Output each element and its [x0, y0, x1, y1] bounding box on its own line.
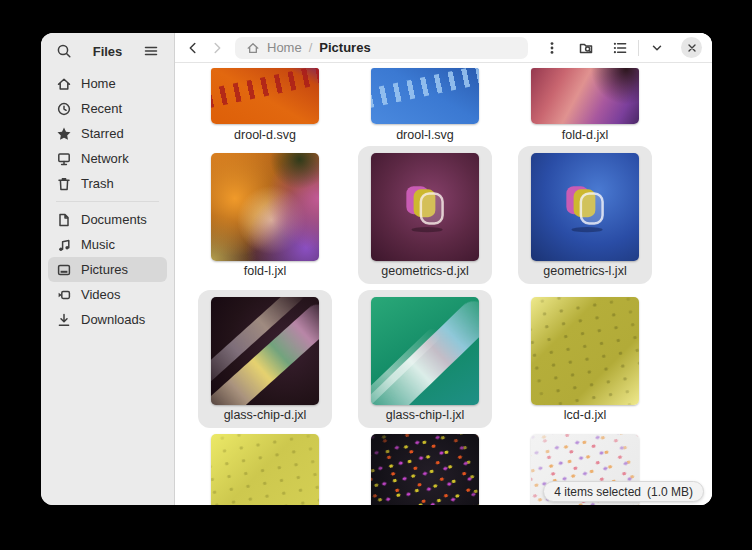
sidebar-item-music[interactable]: Music [48, 232, 167, 257]
kebab-menu-icon [544, 40, 560, 56]
file-thumbnail [371, 297, 479, 405]
file-item-fold-l[interactable]: fold-l.jxl [185, 146, 345, 290]
file-item-geometrics-d[interactable]: geometrics-d.jxl [345, 146, 505, 290]
split-divider [638, 40, 639, 56]
selection-status-badge: 4 items selected (1.0 MB) [543, 481, 704, 502]
network-icon [56, 151, 72, 167]
close-button[interactable] [681, 37, 702, 58]
sidebar-item-downloads[interactable]: Downloads [48, 307, 167, 332]
thumbnail-art [556, 177, 614, 235]
file-thumbnail [211, 68, 319, 124]
file-thumbnail [211, 153, 319, 261]
breadcrumb-home-icon [246, 41, 260, 55]
list-view-button[interactable] [608, 36, 632, 60]
sidebar-item-label: Trash [81, 176, 114, 191]
file-name: geometrics-l.jxl [543, 264, 626, 279]
folder-menu-button[interactable] [540, 36, 564, 60]
sidebar-item-trash[interactable]: Trash [48, 171, 167, 196]
sidebar-item-label: Music [81, 237, 115, 252]
sidebar-item-label: Pictures [81, 262, 128, 277]
sidebar-item-documents[interactable]: Documents [48, 207, 167, 232]
file-name: fold-d.jxl [562, 128, 609, 143]
view-split-button [608, 36, 669, 60]
star-icon [56, 126, 72, 142]
sidebar-item-label: Network [81, 151, 129, 166]
search-button[interactable] [52, 39, 76, 63]
chevron-down-icon [649, 40, 665, 56]
sidebar-item-label: Home [81, 76, 116, 91]
file-name: glass-chip-l.jxl [386, 408, 465, 423]
videos-icon [56, 287, 72, 303]
trash-icon [56, 176, 72, 192]
file-thumbnail [371, 434, 479, 505]
file-thumbnail [371, 68, 479, 124]
file-name: drool-l.svg [396, 128, 454, 143]
music-icon [56, 237, 72, 253]
app-title: Files [76, 44, 139, 59]
file-item-row4-2[interactable] [345, 434, 505, 505]
sidebar-item-network[interactable]: Network [48, 146, 167, 171]
thumbnail-art [396, 177, 454, 235]
file-thumbnail [531, 153, 639, 261]
file-thumbnail [211, 434, 319, 505]
file-item-drool-d[interactable]: drool-d.svg [185, 68, 345, 146]
search-folder-button[interactable] [574, 36, 598, 60]
file-name: glass-chip-d.jxl [224, 408, 307, 423]
main-area: Home / Pictures [175, 33, 712, 505]
file-item-glass-chip-d[interactable]: glass-chip-d.jxl [185, 290, 345, 434]
list-view-icon [612, 40, 628, 56]
recent-icon [56, 101, 72, 117]
sidebar-nav: Home Recent Starred Network Trash Do [41, 69, 174, 332]
sidebar-item-label: Documents [81, 212, 147, 227]
sidebar-item-recent[interactable]: Recent [48, 96, 167, 121]
breadcrumb-separator: / [309, 40, 313, 55]
forward-button[interactable] [205, 36, 229, 60]
sidebar-separator [56, 201, 159, 202]
file-name: geometrics-d.jxl [381, 264, 469, 279]
home-icon [56, 76, 72, 92]
search-icon [56, 43, 72, 59]
file-item-fold-d[interactable]: fold-d.jxl [505, 68, 665, 146]
file-grid-scroll-area[interactable]: drool-d.svg drool-l.svg fold-d.jxl fold-… [175, 63, 712, 505]
sidebar-item-starred[interactable]: Starred [48, 121, 167, 146]
headerbar: Home / Pictures [175, 33, 712, 63]
sidebar-item-label: Videos [81, 287, 121, 302]
file-thumbnail [211, 297, 319, 405]
view-options-button[interactable] [645, 36, 669, 60]
close-icon [686, 42, 698, 54]
back-icon [185, 40, 201, 56]
sidebar-item-videos[interactable]: Videos [48, 282, 167, 307]
breadcrumb-current: Pictures [319, 40, 370, 55]
breadcrumb[interactable]: Home / Pictures [235, 37, 528, 59]
selection-size: (1.0 MB) [647, 485, 693, 499]
file-thumbnail [531, 68, 639, 124]
sidebar-header: Files [41, 33, 174, 69]
sidebar-item-pictures[interactable]: Pictures [48, 257, 167, 282]
file-item-lcd-d[interactable]: lcd-d.jxl [505, 290, 665, 434]
downloads-icon [56, 312, 72, 328]
sidebar-item-label: Downloads [81, 312, 145, 327]
file-item-glass-chip-l[interactable]: glass-chip-l.jxl [345, 290, 505, 434]
header-actions [540, 36, 702, 60]
pictures-icon [56, 262, 72, 278]
files-window: Files Home Recent Starred Network [41, 33, 712, 505]
breadcrumb-home[interactable]: Home [267, 40, 302, 55]
file-grid: drool-d.svg drool-l.svg fold-d.jxl fold-… [175, 63, 712, 505]
file-item-drool-l[interactable]: drool-l.svg [345, 68, 505, 146]
file-name: drool-d.svg [234, 128, 296, 143]
file-item-row4-1[interactable] [185, 434, 345, 505]
sidebar-item-home[interactable]: Home [48, 71, 167, 96]
file-item-geometrics-l[interactable]: geometrics-l.jxl [505, 146, 665, 290]
sidebar: Files Home Recent Starred Network [41, 33, 175, 505]
sidebar-item-label: Starred [81, 126, 124, 141]
back-button[interactable] [181, 36, 205, 60]
folder-search-icon [578, 40, 594, 56]
main-menu-button[interactable] [139, 39, 163, 63]
selection-count: 4 items selected [554, 485, 641, 499]
file-name: fold-l.jxl [244, 264, 286, 279]
sidebar-item-label: Recent [81, 101, 122, 116]
file-thumbnail [531, 297, 639, 405]
documents-icon [56, 212, 72, 228]
file-thumbnail [371, 153, 479, 261]
forward-icon [209, 40, 225, 56]
